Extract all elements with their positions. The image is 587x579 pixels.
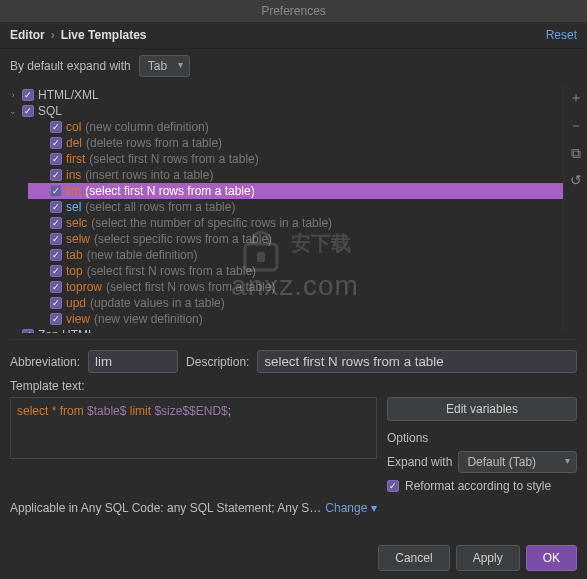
item-checkbox[interactable]	[50, 297, 62, 309]
copy-icon[interactable]: ⧉	[571, 145, 581, 162]
group-checkbox[interactable]	[22, 329, 34, 333]
template-text-label: Template text:	[0, 379, 587, 397]
item-abbr[interactable]: toprow	[66, 280, 102, 294]
item-desc: (select all rows from a table)	[85, 200, 235, 214]
item-desc: (new view definition)	[94, 312, 203, 326]
item-checkbox[interactable]	[50, 137, 62, 149]
item-abbr[interactable]: view	[66, 312, 90, 326]
item-desc: (update values in a table)	[90, 296, 225, 310]
expand-with-select[interactable]: Tab	[139, 55, 190, 77]
window-title: Preferences	[0, 0, 587, 22]
abbreviation-label: Abbreviation:	[10, 355, 80, 369]
description-input[interactable]	[257, 350, 577, 373]
item-abbr[interactable]: del	[66, 136, 82, 150]
group-label[interactable]: SQL	[38, 104, 62, 118]
item-desc: (select first N rows from a table)	[89, 152, 258, 166]
item-checkbox[interactable]	[50, 185, 62, 197]
item-abbr[interactable]: upd	[66, 296, 86, 310]
ok-button[interactable]: OK	[526, 545, 577, 571]
breadcrumb-live-templates[interactable]: Live Templates	[61, 28, 147, 42]
expand-with-label: By default expand with	[10, 59, 131, 73]
item-desc: (delete rows from a table)	[86, 136, 222, 150]
item-desc: (select first N rows from a table)	[106, 280, 275, 294]
breadcrumb-sep: ›	[51, 28, 55, 42]
item-abbr[interactable]: col	[66, 120, 81, 134]
item-checkbox[interactable]	[50, 265, 62, 277]
item-checkbox[interactable]	[50, 233, 62, 245]
applicable-text: Applicable in Any SQL Code: any SQL Stat…	[10, 501, 321, 515]
chevron-down-icon[interactable]: ⌄	[8, 106, 18, 116]
apply-button[interactable]: Apply	[456, 545, 520, 571]
item-checkbox[interactable]	[50, 249, 62, 261]
description-label: Description:	[186, 355, 249, 369]
group-label[interactable]: HTML/XML	[38, 88, 99, 102]
item-abbr[interactable]: first	[66, 152, 85, 166]
expand-with-option-select[interactable]: Default (Tab)	[458, 451, 577, 473]
item-checkbox[interactable]	[50, 121, 62, 133]
remove-icon[interactable]: －	[569, 117, 583, 135]
item-desc: (new table definition)	[87, 248, 198, 262]
item-abbr[interactable]: tab	[66, 248, 83, 262]
item-abbr[interactable]: selc	[66, 216, 87, 230]
edit-variables-button[interactable]: Edit variables	[387, 397, 577, 421]
reformat-checkbox[interactable]	[387, 480, 399, 492]
templates-tree[interactable]: ›HTML/XML⌄SQL›col (new column definition…	[0, 83, 563, 333]
add-icon[interactable]: ＋	[569, 89, 583, 107]
template-text-editor[interactable]: select * from $table$ limit $size$$END$;	[10, 397, 377, 459]
breadcrumb-editor[interactable]: Editor	[10, 28, 45, 42]
undo-icon[interactable]: ↺	[570, 172, 582, 188]
group-label[interactable]: Zen HTML	[38, 328, 95, 333]
item-abbr[interactable]: selw	[66, 232, 90, 246]
item-checkbox[interactable]	[50, 217, 62, 229]
tree-toolbar: ＋ － ⧉ ↺	[563, 83, 587, 333]
change-link[interactable]: Change	[325, 501, 367, 515]
chevron-right-icon[interactable]: ›	[8, 90, 18, 100]
item-checkbox[interactable]	[50, 169, 62, 181]
item-desc: (new column definition)	[85, 120, 208, 134]
item-checkbox[interactable]	[50, 153, 62, 165]
item-desc: (select the number of specific rows in a…	[91, 216, 332, 230]
reset-link[interactable]: Reset	[546, 28, 577, 42]
reformat-label: Reformat according to style	[405, 479, 551, 493]
change-arrow-icon[interactable]: ▾	[371, 501, 377, 515]
item-checkbox[interactable]	[50, 313, 62, 325]
item-desc: (select first N rows from a table)	[85, 184, 254, 198]
item-desc: (select first N rows from a table)	[87, 264, 256, 278]
options-title: Options	[387, 431, 577, 445]
item-abbr[interactable]: ins	[66, 168, 81, 182]
group-checkbox[interactable]	[22, 105, 34, 117]
expand-with-option-label: Expand with	[387, 455, 452, 469]
item-checkbox[interactable]	[50, 201, 62, 213]
item-abbr[interactable]: top	[66, 264, 83, 278]
item-desc: (select specific rows from a table)	[94, 232, 272, 246]
cancel-button[interactable]: Cancel	[378, 545, 449, 571]
abbreviation-input[interactable]	[88, 350, 178, 373]
breadcrumb-bar: Editor › Live Templates Reset	[0, 22, 587, 49]
item-abbr[interactable]: sel	[66, 200, 81, 214]
chevron-right-icon[interactable]: ›	[8, 330, 18, 333]
item-abbr[interactable]: lim	[66, 184, 81, 198]
group-checkbox[interactable]	[22, 89, 34, 101]
item-checkbox[interactable]	[50, 281, 62, 293]
item-desc: (insert rows into a table)	[85, 168, 213, 182]
